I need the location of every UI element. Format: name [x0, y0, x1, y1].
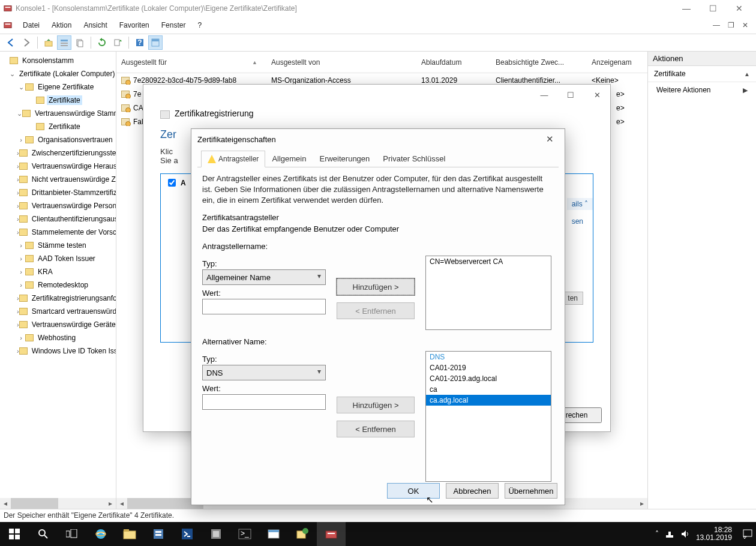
col-ablaufdatum[interactable]: Ablaufdatum — [416, 52, 491, 73]
mmc-task-icon[interactable] — [317, 522, 346, 546]
d1-extra2[interactable]: ten — [562, 292, 583, 305]
d2-close-button[interactable]: ✕ — [541, 134, 559, 145]
tree-item[interactable]: ›Stammelemente der Vorschauversion — [1, 226, 115, 239]
tree-item[interactable]: ›Organisationsvertrauen — [1, 133, 115, 146]
actions-more[interactable]: Weitere Aktionen▶ — [648, 82, 756, 98]
cmd-icon[interactable]: >_ — [230, 522, 259, 546]
app-icon-3[interactable] — [288, 522, 317, 546]
wert2-input[interactable] — [202, 394, 326, 410]
tree-item[interactable]: ›AAD Token Issuer — [1, 252, 115, 265]
forward-button[interactable] — [19, 35, 34, 50]
list-item[interactable]: CN=Webservercert CA — [426, 256, 551, 267]
tree-item[interactable]: ⌄Vertrauenswürdige Stammzertifizierungss… — [1, 107, 115, 120]
tray-up-icon[interactable]: ˄ — [655, 530, 659, 538]
tree-item[interactable]: ›Webhosting — [1, 331, 115, 344]
col-zweck[interactable]: Beabsichtigte Zwec... — [491, 52, 587, 73]
explorer-icon[interactable] — [115, 522, 144, 546]
menu-favoriten[interactable]: Favoriten — [113, 19, 155, 32]
list-item[interactable]: CA01-2019.adg.local — [426, 373, 551, 384]
d1-close[interactable]: ✕ — [584, 91, 610, 100]
up-button[interactable] — [41, 35, 56, 50]
list-item-selected[interactable]: ca.adg.local — [426, 395, 551, 406]
altname-listbox[interactable]: DNS CA01-2019 CA01-2019.adg.local ca ca.… — [425, 351, 551, 482]
col-ausgestellt-von[interactable]: Ausgestellt von — [266, 52, 416, 73]
help-button[interactable]: ? — [133, 35, 147, 50]
tree-eigene[interactable]: ⌄Eigene Zertifikate — [1, 80, 115, 94]
maximize-button[interactable]: ☐ — [700, 4, 726, 13]
list-item[interactable]: CA01-2019 — [426, 362, 551, 373]
d1-maximize[interactable]: ☐ — [557, 91, 584, 100]
tree-item[interactable]: ›Zertifikatregistrierungsanforderungen — [1, 292, 115, 305]
network-icon[interactable] — [665, 529, 674, 539]
wert1-input[interactable] — [202, 299, 326, 314]
search-button[interactable] — [29, 522, 58, 546]
ie-icon[interactable] — [86, 522, 115, 546]
remove2-button[interactable]: < Entfernen — [337, 421, 415, 437]
tree-item[interactable]: ▸Zertifikate — [1, 120, 115, 133]
tree-item[interactable]: ›Vertrauenswürdige Geräte — [1, 318, 115, 331]
col-anzeigenam[interactable]: Anzeigenam — [587, 52, 647, 73]
tree-zertifikate-sel[interactable]: ▸Zertifikate — [1, 94, 115, 107]
tree-item[interactable]: ›Vertrauenswürdige Personen — [1, 199, 115, 212]
tree-item[interactable]: ›Nicht vertrauenswürdige Zertifikate — [1, 173, 115, 186]
clock[interactable]: 18:2813.01.2019 — [696, 526, 736, 542]
tree-item[interactable]: ›Stämme testen — [1, 239, 115, 252]
view-mode-button[interactable] — [148, 35, 163, 50]
servermanager-icon[interactable] — [144, 522, 173, 546]
d1-checkbox[interactable] — [168, 179, 176, 187]
app-icon-2[interactable] — [259, 522, 288, 546]
cancel-button[interactable]: Abbrechen — [446, 483, 499, 499]
notifications-icon[interactable] — [742, 528, 754, 540]
actions-section[interactable]: Zertifikate▲ — [648, 66, 756, 82]
tab-antragsteller[interactable]: Antragsteller — [201, 151, 265, 167]
refresh-button[interactable] — [95, 35, 109, 50]
tree-hscroll[interactable]: ◂▸ — [0, 498, 116, 509]
add2-button[interactable]: Hinzufügen > — [337, 397, 415, 413]
apply-button[interactable]: Übernehmen — [505, 483, 557, 499]
tree-root[interactable]: ▸Konsolenstamm — [1, 54, 115, 67]
typ1-select[interactable]: Allgemeiner Name — [202, 269, 326, 285]
typ2-select[interactable]: DNS — [202, 365, 326, 380]
close-button[interactable]: ✕ — [726, 4, 752, 13]
menu-hilfe[interactable]: ? — [191, 19, 208, 32]
back-button[interactable] — [4, 35, 18, 50]
start-button[interactable] — [0, 522, 29, 546]
menu-bar: Datei Aktion Ansicht Favoriten Fenster ?… — [0, 17, 756, 34]
tab-erweiterungen[interactable]: Erweiterungen — [313, 151, 376, 167]
export-button[interactable] — [110, 35, 125, 50]
tab-allgemein[interactable]: Allgemein — [265, 151, 313, 167]
tree-item[interactable]: ›Zwischenzertifizierungsstellen — [1, 146, 115, 160]
add1-button[interactable]: Hinzufügen > — [337, 278, 415, 295]
menu-fenster[interactable]: Fenster — [155, 19, 192, 32]
tree-item[interactable]: ›KRA — [1, 265, 115, 278]
tree-item[interactable]: ›Vertrauenswürdige Herausgeber — [1, 160, 115, 173]
view-detail-button[interactable] — [57, 35, 71, 50]
mdi-minimize-button[interactable]: — — [709, 21, 724, 29]
tree-item[interactable]: ›Smartcard vertrauenswürdige Stämme — [1, 305, 115, 318]
d1-minimize[interactable]: — — [531, 91, 557, 100]
ok-button[interactable]: OK — [387, 483, 440, 499]
tree-item[interactable]: ›Drittanbieter-Stammzertifizierungsstell… — [1, 186, 115, 199]
powershell-icon[interactable] — [173, 522, 202, 546]
tree-item[interactable]: ›Windows Live ID Token Issuer — [1, 344, 115, 358]
svg-rect-45 — [668, 532, 671, 535]
menu-aktion[interactable]: Aktion — [46, 19, 77, 32]
menu-ansicht[interactable]: Ansicht — [77, 19, 113, 32]
menu-datei[interactable]: Datei — [17, 19, 46, 32]
tree-item[interactable]: ›Clientauthentifizierungsaussteller — [1, 212, 115, 226]
mdi-close-button[interactable]: ✕ — [738, 21, 752, 29]
taskview-button[interactable] — [58, 522, 86, 546]
copy-button[interactable] — [73, 35, 87, 50]
volume-icon[interactable] — [680, 529, 690, 539]
tree-certs-root[interactable]: ⌄Zertifikate (Lokaler Computer) — [1, 67, 115, 80]
tree-item[interactable]: ›Remotedesktop — [1, 278, 115, 292]
tab-privater-schluessel[interactable]: Privater Schlüssel — [376, 151, 452, 167]
d1-details-link[interactable]: ails ˄ — [567, 198, 593, 210]
col-ausgestellt-fuer[interactable]: Ausgestellt für▲ — [116, 52, 266, 73]
remove1-button[interactable]: < Entfernen — [337, 302, 415, 319]
list-item[interactable]: ca — [426, 384, 551, 395]
app-icon-1[interactable] — [202, 522, 230, 546]
minimize-button[interactable]: — — [673, 4, 700, 13]
mdi-restore-button[interactable]: ❐ — [724, 21, 738, 29]
subject-listbox[interactable]: CN=Webservercert CA — [425, 256, 551, 330]
